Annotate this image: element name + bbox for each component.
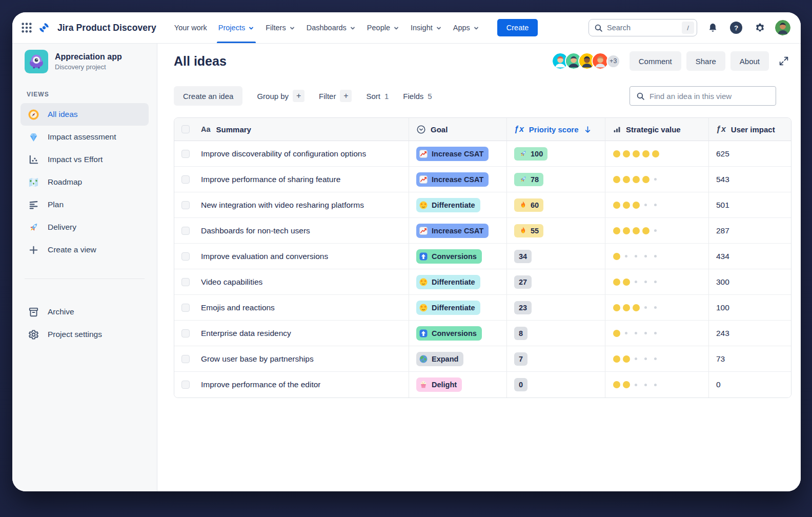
find-idea-search[interactable]	[630, 86, 776, 106]
column-header-priority-score[interactable]: ƒxPriority score	[507, 118, 605, 141]
sidebar-item-impact-vs-effort[interactable]: Impact vs Effort	[21, 148, 149, 171]
nav-item-projects[interactable]: Projects	[213, 12, 260, 43]
sidebar-item-archive[interactable]: Archive	[21, 301, 149, 323]
priority-score-cell: 0	[507, 372, 605, 397]
help-icon[interactable]: ?	[728, 19, 744, 36]
row-checkbox[interactable]	[181, 278, 190, 286]
strategic-value-rating[interactable]	[613, 304, 659, 311]
facepile	[552, 52, 609, 70]
compass-icon	[27, 108, 40, 121]
archive-icon	[27, 305, 40, 319]
global-search[interactable]: /	[588, 19, 697, 36]
group-by-button[interactable]: Group by+	[257, 90, 304, 102]
row-checkbox[interactable]	[181, 381, 190, 389]
idea-summary[interactable]: Enterprise data residency	[201, 329, 291, 338]
facepile-overflow-badge[interactable]: +3	[606, 54, 620, 68]
notifications-bell-icon[interactable]	[704, 19, 721, 36]
create-idea-button[interactable]: Create an idea	[174, 86, 242, 106]
priority-score-pill: 23	[514, 301, 532, 314]
idea-summary[interactable]: Dashboards for non-tech users	[201, 226, 310, 235]
user-avatar[interactable]	[775, 20, 790, 35]
goal-pill-differentiate[interactable]: Differentiate	[416, 275, 480, 289]
sidebar-item-project-settings[interactable]: Project settings	[21, 323, 149, 346]
goal-pill-conversions[interactable]: Conversions	[416, 326, 482, 341]
nav-item-your-work[interactable]: Your work	[169, 12, 213, 43]
up-arrow-icon	[419, 252, 428, 261]
sidebar-item-plan[interactable]: Plan	[21, 193, 149, 216]
user-impact-value: 73	[716, 354, 725, 364]
strategic-value-rating[interactable]	[613, 329, 659, 337]
goal-pill-increase-csat[interactable]: Increase CSAT	[416, 224, 489, 238]
strategic-value-rating[interactable]	[613, 252, 659, 260]
share-button[interactable]: Share	[686, 51, 725, 71]
row-checkbox[interactable]	[181, 227, 190, 235]
strategic-value-rating[interactable]	[613, 227, 659, 234]
strategic-value-rating[interactable]	[613, 175, 659, 183]
strategic-value-rating[interactable]	[613, 381, 659, 389]
goal-pill-conversions[interactable]: Conversions	[416, 249, 482, 264]
global-search-input[interactable]	[607, 24, 678, 32]
sidebar-item-all-ideas[interactable]: All ideas	[21, 103, 149, 126]
column-header-summary[interactable]: AaSummary	[174, 118, 409, 141]
row-checkbox[interactable]	[181, 329, 190, 337]
priority-score-cell: 23	[507, 295, 605, 321]
goal-pill-increase-csat[interactable]: Increase CSAT	[416, 147, 489, 161]
goal-pill-differentiate[interactable]: Differentiate	[416, 301, 480, 315]
priority-score-pill: 7	[514, 352, 527, 366]
view-toolbar: Create an idea Group by+ Filter+ Sort1 F…	[174, 86, 791, 106]
idea-summary[interactable]: Grow user base by partnerships	[201, 354, 314, 364]
strategic-value-rating[interactable]	[613, 278, 659, 286]
column-header-goal[interactable]: Goal	[409, 118, 507, 141]
strategic-value-rating[interactable]	[613, 150, 659, 157]
user-impact-cell: 100	[709, 295, 791, 321]
table-row: Improve performance of sharing featureIn…	[174, 167, 791, 192]
idea-summary[interactable]: Improve evaluation and conversions	[201, 252, 328, 261]
comment-button[interactable]: Comment	[630, 51, 681, 71]
app-switcher-icon[interactable]	[18, 19, 35, 36]
sidebar-item-roadmap[interactable]: Roadmap	[21, 171, 149, 193]
idea-summary[interactable]: New integration with video resharing pla…	[201, 201, 364, 210]
find-idea-input[interactable]	[649, 92, 769, 101]
column-header-strategic-value[interactable]: Strategic value	[605, 118, 709, 141]
about-button[interactable]: About	[730, 51, 769, 71]
strategic-value-rating[interactable]	[613, 355, 659, 363]
sort-button[interactable]: Sort1	[366, 92, 389, 101]
goal-pill-delight[interactable]: Delight	[416, 377, 462, 392]
sidebar-item-impact-assessment[interactable]: Impact assessment	[21, 126, 149, 148]
column-header-user-impact[interactable]: ƒxUser impact	[709, 118, 791, 141]
filter-button[interactable]: Filter+	[319, 90, 352, 102]
nav-item-dashboards[interactable]: Dashboards	[301, 12, 361, 43]
priority-score-cell: 60	[507, 192, 605, 218]
idea-summary[interactable]: Improve performance of the editor	[201, 380, 320, 389]
scatter-chart-icon	[27, 153, 40, 166]
row-checkbox[interactable]	[181, 252, 190, 261]
goal-pill-expand[interactable]: Expand	[416, 352, 463, 366]
idea-summary[interactable]: Improve performance of sharing feature	[201, 175, 340, 184]
create-button[interactable]: Create	[497, 19, 538, 36]
nav-item-apps[interactable]: Apps	[448, 12, 485, 43]
goal-pill-increase-csat[interactable]: Increase CSAT	[416, 172, 489, 187]
strategic-value-cell	[605, 321, 709, 346]
row-checkbox[interactable]	[181, 175, 190, 184]
fields-button[interactable]: Fields5	[403, 92, 432, 101]
settings-gear-icon[interactable]	[752, 19, 768, 36]
idea-summary[interactable]: Video capabilities	[201, 277, 262, 287]
idea-summary[interactable]: Improve discoverability of configuration…	[201, 149, 366, 158]
row-checkbox[interactable]	[181, 304, 190, 312]
idea-summary[interactable]: Emojis and reactions	[201, 303, 275, 312]
nav-item-people[interactable]: People	[361, 12, 405, 43]
table-row: Grow user base by partnershipsExpand773	[174, 346, 791, 372]
row-checkbox[interactable]	[181, 355, 190, 363]
nav-item-filters[interactable]: Filters	[260, 12, 300, 43]
strategic-value-rating[interactable]	[613, 201, 659, 209]
fullscreen-expand-icon[interactable]	[776, 53, 791, 69]
select-all-checkbox[interactable]	[181, 125, 190, 133]
nav-item-insight[interactable]: Insight	[405, 12, 448, 43]
row-checkbox[interactable]	[181, 150, 190, 158]
sort-count-badge: 1	[384, 92, 389, 101]
goal-pill-differentiate[interactable]: Differentiate	[416, 198, 480, 212]
sidebar-item-delivery[interactable]: Delivery	[21, 216, 149, 238]
table-row: New integration with video resharing pla…	[174, 192, 791, 218]
sidebar-item-create-a-view[interactable]: Create a view	[21, 238, 149, 261]
row-checkbox[interactable]	[181, 201, 190, 209]
